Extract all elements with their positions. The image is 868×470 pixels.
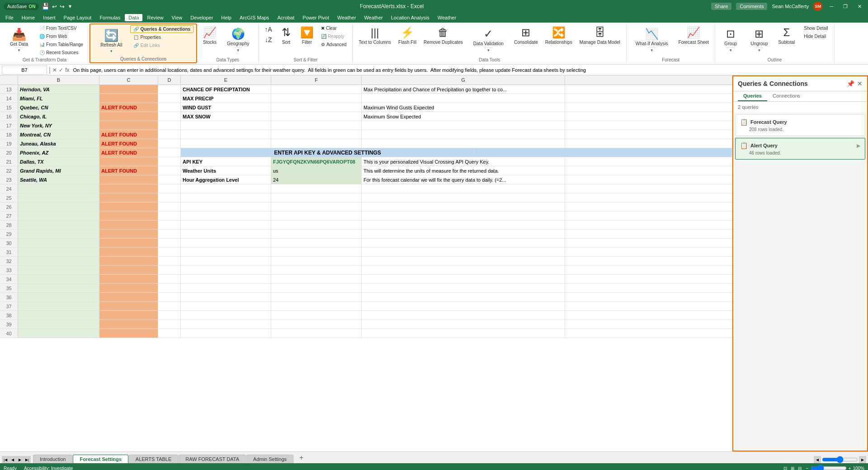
- cell-c36[interactable]: [99, 293, 158, 301]
- menu-help[interactable]: Help: [217, 14, 235, 21]
- cell-b35[interactable]: [18, 284, 99, 292]
- cell-b16[interactable]: Chicago, IL: [18, 112, 99, 121]
- zoom-out-button[interactable]: −: [806, 466, 809, 470]
- col-header-f[interactable]: F: [271, 75, 362, 85]
- cell-g24[interactable]: [362, 184, 565, 193]
- cell-e33[interactable]: [181, 266, 271, 274]
- cell-g38[interactable]: [362, 311, 565, 320]
- autosave-toggle[interactable]: AutoSave ON: [4, 3, 39, 10]
- sheet-tab-alerts-table[interactable]: ALERTS TABLE: [129, 455, 178, 463]
- cell-e39[interactable]: [181, 320, 271, 329]
- menu-view[interactable]: View: [168, 14, 186, 21]
- cell-f35[interactable]: [271, 284, 362, 292]
- save-icon[interactable]: 💾: [42, 3, 49, 10]
- menu-acrobat[interactable]: Acrobat: [274, 14, 298, 21]
- get-data-button[interactable]: 📥 Get Data ▼: [3, 24, 35, 55]
- cell-e16[interactable]: MAX SNOW: [181, 112, 271, 121]
- manage-data-model-button[interactable]: 🗄 Manage Data Model: [576, 24, 623, 47]
- cell-e35[interactable]: [181, 284, 271, 292]
- cell-c28[interactable]: [99, 221, 158, 229]
- cell-d29[interactable]: [158, 230, 181, 238]
- cell-g32[interactable]: [362, 257, 565, 265]
- cell-c37[interactable]: [99, 302, 158, 310]
- cell-b38[interactable]: [18, 311, 99, 320]
- cell-g29[interactable]: [362, 230, 565, 238]
- undo-icon[interactable]: ↩: [52, 3, 57, 10]
- cell-f27[interactable]: [271, 212, 362, 220]
- status-accessibility[interactable]: Accessibility: Investigate: [24, 466, 73, 470]
- cell-c27[interactable]: [99, 212, 158, 220]
- cell-f19[interactable]: [271, 139, 362, 148]
- cell-d17[interactable]: [158, 121, 181, 130]
- get-data-dropdown[interactable]: ▼: [14, 47, 24, 53]
- cell-g22[interactable]: This will determine the units of measure…: [362, 166, 565, 175]
- cell-f40[interactable]: [271, 329, 362, 338]
- normal-view-icon[interactable]: ⊡: [783, 465, 788, 470]
- cell-f28[interactable]: [271, 221, 362, 229]
- menu-file[interactable]: File: [2, 14, 17, 21]
- cell-e28[interactable]: [181, 221, 271, 229]
- cell-c23[interactable]: [99, 175, 158, 184]
- cell-d31[interactable]: [158, 248, 181, 256]
- cell-d23[interactable]: [158, 175, 181, 184]
- cell-d39[interactable]: [158, 320, 181, 329]
- cell-b14[interactable]: Miami, FL: [18, 94, 99, 103]
- zoom-slider[interactable]: [811, 465, 847, 470]
- cell-g40[interactable]: [362, 329, 565, 338]
- cell-d22[interactable]: [158, 166, 181, 175]
- menu-power-pivot[interactable]: Power Pivot: [299, 14, 333, 21]
- cell-b32[interactable]: [18, 257, 99, 265]
- cell-e36[interactable]: [181, 293, 271, 301]
- cell-g17[interactable]: [362, 121, 565, 130]
- cell-c26[interactable]: [99, 202, 158, 211]
- clear-button[interactable]: ✖ Clear: [318, 24, 349, 32]
- col-header-e[interactable]: E: [181, 75, 271, 85]
- cell-g18[interactable]: [362, 130, 565, 139]
- cell-c14[interactable]: [99, 94, 158, 103]
- menu-data[interactable]: Data: [125, 14, 142, 21]
- cell-b17[interactable]: New York, NY: [18, 121, 99, 130]
- cell-c34[interactable]: [99, 275, 158, 283]
- cell-e38[interactable]: [181, 311, 271, 320]
- cell-d40[interactable]: [158, 329, 181, 338]
- cell-d27[interactable]: [158, 212, 181, 220]
- page-layout-view-icon[interactable]: ⊞: [790, 465, 795, 470]
- properties-button[interactable]: 📋 Properties: [130, 33, 193, 41]
- from-table-range-button[interactable]: 📊 From Table/Range: [36, 41, 86, 48]
- advanced-button[interactable]: ⚙ Advanced: [318, 41, 349, 48]
- cell-d26[interactable]: [158, 202, 181, 211]
- cell-d36[interactable]: [158, 293, 181, 301]
- zoom-in-button[interactable]: +: [849, 466, 851, 470]
- cell-c25[interactable]: [99, 193, 158, 202]
- cell-g25[interactable]: [362, 193, 565, 202]
- menu-formulas[interactable]: Formulas: [96, 14, 124, 21]
- cell-g21[interactable]: This is your personalized Visual Crossin…: [362, 157, 565, 166]
- sort-button[interactable]: ⇅ Sort: [276, 24, 296, 47]
- refresh-all-dropdown[interactable]: ▼: [107, 48, 116, 54]
- cell-b29[interactable]: [18, 230, 99, 238]
- cell-f13[interactable]: [271, 85, 362, 94]
- cell-c22[interactable]: ALERT FOUND: [99, 166, 158, 175]
- grid-scroll-left[interactable]: ◀: [814, 456, 821, 463]
- cell-e24[interactable]: [181, 184, 271, 193]
- cell-d32[interactable]: [158, 257, 181, 265]
- cell-d30[interactable]: [158, 239, 181, 247]
- cell-f17[interactable]: [271, 121, 362, 130]
- col-header-c[interactable]: C: [99, 75, 158, 85]
- grid-scroll-right[interactable]: ▶: [859, 456, 866, 463]
- cell-f22[interactable]: us: [271, 166, 362, 175]
- cell-d15[interactable]: [158, 103, 181, 112]
- cell-e31[interactable]: [181, 248, 271, 256]
- redo-icon[interactable]: ↪: [60, 3, 65, 10]
- cell-b28[interactable]: [18, 221, 99, 229]
- cell-e19[interactable]: [181, 139, 271, 148]
- cell-g27[interactable]: [362, 212, 565, 220]
- formula-cancel-icon[interactable]: ✕: [52, 67, 57, 73]
- from-web-button[interactable]: 🌐 From Web: [36, 33, 86, 40]
- cell-e21[interactable]: API KEY: [181, 157, 271, 166]
- queries-connections-button[interactable]: 🔗 Queries & Connections: [130, 25, 193, 33]
- cell-f33[interactable]: [271, 266, 362, 274]
- cell-b34[interactable]: [18, 275, 99, 283]
- ungroup-dropdown[interactable]: ▼: [755, 47, 764, 53]
- cell-d34[interactable]: [158, 275, 181, 283]
